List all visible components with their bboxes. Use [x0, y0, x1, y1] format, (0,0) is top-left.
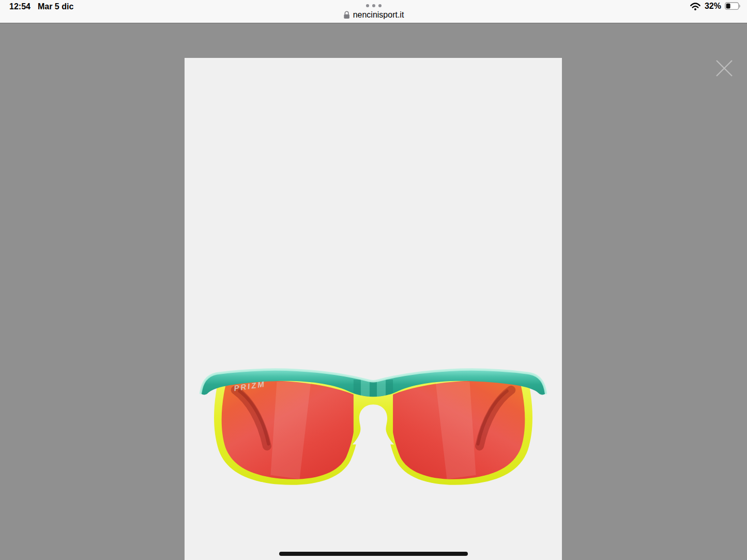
product-image-sunglasses[interactable]: PRIZM — [198, 367, 548, 488]
screen: 12:54 Mar 5 dic nencinisport.it — [0, 0, 747, 560]
product-image-panel[interactable]: PRIZM — [185, 58, 562, 560]
url-domain: nencinisport.it — [353, 10, 404, 20]
wifi-icon — [690, 2, 701, 11]
lightbox-overlay[interactable]: PRIZM — [0, 23, 747, 560]
lock-icon — [343, 11, 350, 19]
status-left: 12:54 Mar 5 dic — [9, 2, 73, 11]
battery-icon — [725, 2, 741, 10]
page-dots-icon[interactable] — [366, 4, 382, 7]
close-x-icon — [714, 58, 735, 80]
close-button[interactable] — [714, 58, 735, 79]
status-right: 32% — [690, 2, 741, 11]
safari-top-bar: 12:54 Mar 5 dic nencinisport.it — [0, 0, 747, 23]
status-time: 12:54 — [9, 2, 31, 11]
home-indicator[interactable] — [279, 552, 468, 556]
url-bar[interactable]: nencinisport.it — [343, 10, 404, 20]
status-date: Mar 5 dic — [38, 2, 73, 11]
battery-percent: 32% — [705, 2, 721, 11]
